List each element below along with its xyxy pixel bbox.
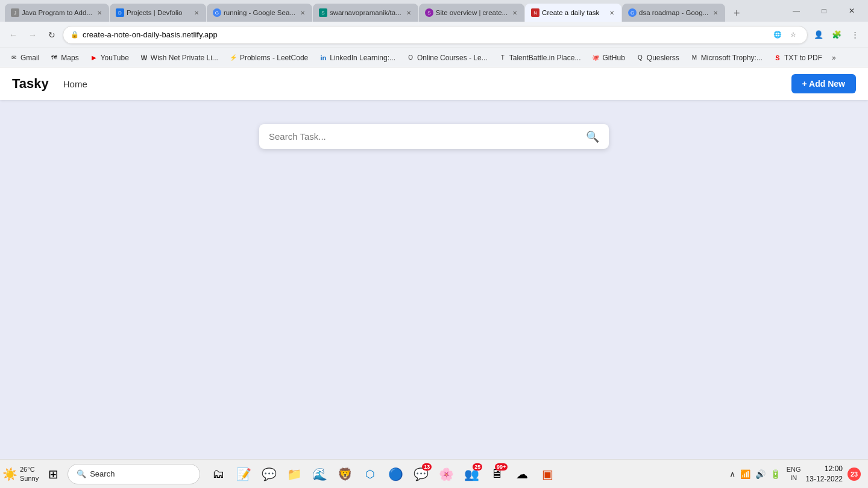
language-indicator[interactable]: ENG IN	[787, 466, 801, 481]
tab-5[interactable]: S Site overview | create... ✕	[419, 4, 524, 22]
tab-1-favicon: J	[11, 8, 19, 17]
bookmark-wish[interactable]: W Wish Net Private Li...	[135, 52, 223, 64]
profile-icon[interactable]: 👤	[810, 27, 827, 43]
tab-7[interactable]: G dsa roadmap - Goog... ✕	[622, 4, 725, 22]
bookmark-courses-label: Online Courses - Le...	[417, 54, 488, 62]
file-manager-icon: 🗂	[212, 467, 224, 481]
minimize-button[interactable]: —	[782, 0, 810, 22]
title-bar-controls: — □ ✕	[782, 0, 868, 22]
clock[interactable]: 12:00 13-12-2022	[806, 464, 843, 484]
tab-6-active[interactable]: N Create a daily task ✕	[525, 4, 621, 22]
home-link[interactable]: Home	[63, 79, 87, 89]
taskbar-app-github-desktop[interactable]: 🖥 99+	[485, 461, 509, 487]
address-bar[interactable]: 🔒 create-a-note-on-daily-basis.netlify.a…	[63, 26, 808, 44]
taskbar-app-chrome[interactable]: 🔵	[383, 461, 407, 487]
tab-2-title: Projects | Devfolio	[127, 9, 189, 16]
bookmark-youtube[interactable]: ▶ YouTube	[85, 52, 134, 64]
bookmark-linkedin-label: LinkedIn Learning:...	[330, 54, 395, 62]
taskbar-search[interactable]: 🔍 Search	[68, 464, 200, 484]
tab-1-title: Java Program to Add...	[22, 9, 92, 16]
tab-2-close[interactable]: ✕	[192, 8, 201, 17]
taskbar-search-text: Search	[90, 469, 115, 478]
taskbar-app-teams[interactable]: 👥 25	[459, 461, 483, 487]
bookmark-gmail[interactable]: ✉ Gmail	[5, 52, 44, 64]
tab-4-close[interactable]: ✕	[404, 8, 414, 17]
search-button[interactable]: 🔍	[576, 124, 609, 149]
bookmark-github-label: GitHub	[602, 54, 624, 62]
bookmark-github[interactable]: 🐙 GitHub	[587, 52, 629, 64]
taskbar-apps: 🗂 📝 💬 📁 🌊 🦁 ⬡ 🔵 �	[206, 461, 559, 487]
tab-5-close[interactable]: ✕	[510, 8, 520, 17]
bookmark-leetcode-label: Problems - LeetCode	[240, 54, 308, 62]
tab-6-close[interactable]: ✕	[607, 8, 617, 17]
gmail-favicon: ✉	[10, 54, 18, 62]
star-icon[interactable]: ☆	[787, 28, 800, 42]
tab-2[interactable]: D Projects | Devfolio ✕	[110, 4, 206, 22]
bookmark-microsoft[interactable]: M Microsoft Trophy:...	[685, 52, 767, 64]
taskbar-app-brave[interactable]: 🦁	[333, 461, 357, 487]
weather-widget[interactable]: ☀️ 26°C Sunny	[2, 465, 39, 483]
bookmark-talentbattle[interactable]: T TalentBattle.in Place...	[494, 52, 586, 64]
youtube-favicon: ▶	[90, 54, 98, 62]
taskbar-app-edge[interactable]: 🌊	[307, 461, 332, 487]
more-menu-icon[interactable]: ⋮	[846, 27, 863, 43]
bookmark-maps[interactable]: 🗺 Maps	[45, 52, 83, 64]
tab-2-favicon: D	[116, 8, 124, 17]
notification-count[interactable]: 23	[848, 468, 861, 481]
bookmark-linkedin[interactable]: in LinkedIn Learning:...	[314, 52, 400, 64]
wifi-icon[interactable]: 📶	[739, 468, 752, 480]
taskbar-app-whatsapp[interactable]: 💬 13	[409, 461, 433, 487]
maximize-button[interactable]: □	[810, 0, 838, 22]
tab-3[interactable]: G running - Google Sea... ✕	[207, 4, 312, 22]
bookmark-maps-label: Maps	[61, 54, 78, 62]
bookmarks-more-button[interactable]: »	[828, 52, 840, 64]
start-button[interactable]: ⊞	[40, 461, 66, 487]
bookmark-courses[interactable]: O Online Courses - Le...	[401, 52, 492, 64]
tab-6-favicon: N	[531, 8, 539, 17]
search-task-input[interactable]	[259, 124, 576, 149]
forward-button[interactable]: →	[24, 27, 41, 43]
add-new-button[interactable]: + Add New	[791, 74, 856, 93]
office-icon: ▣	[542, 467, 553, 481]
tab-5-favicon: S	[425, 8, 433, 17]
taskbar-app-notesnook[interactable]: 🌸	[434, 461, 458, 487]
talentbattle-favicon: T	[498, 54, 507, 62]
battery-icon[interactable]: 🔋	[769, 468, 782, 480]
taskbar-app-notepad[interactable]: 📝	[231, 461, 256, 487]
extensions-icon[interactable]: 🧩	[828, 27, 845, 43]
chevron-up-icon[interactable]: ∧	[728, 468, 737, 480]
notesnook-icon: 🌸	[439, 467, 454, 481]
files-icon: 📁	[287, 467, 302, 481]
bookmark-queslerss[interactable]: Q Queslerss	[631, 52, 684, 64]
new-tab-button[interactable]: +	[728, 5, 745, 22]
reload-button[interactable]: ↻	[43, 27, 60, 43]
bookmarks-bar: ✉ Gmail 🗺 Maps ▶ YouTube W Wish Net Priv…	[0, 48, 868, 67]
language-text: ENG	[787, 466, 801, 474]
chat-icon: 💬	[262, 467, 277, 481]
volume-icon[interactable]: 🔊	[754, 468, 767, 480]
tab-4-title: swarnavopramanik/ta...	[330, 9, 401, 16]
tab-3-close[interactable]: ✕	[298, 8, 307, 17]
taskbar-app-vscode[interactable]: ⬡	[358, 461, 382, 487]
taskbar-app-skype[interactable]: ☁	[510, 461, 534, 487]
address-text: create-a-note-on-daily-basis.netlify.app	[83, 30, 767, 39]
taskbar-right: ∧ 📶 🔊 🔋 ENG IN 12:00 13-12-2022 23	[728, 464, 866, 484]
taskbar-app-chat[interactable]: 💬	[257, 461, 281, 487]
taskbar-search-icon: 🔍	[77, 469, 86, 478]
taskbar-app-file-manager[interactable]: 🗂	[206, 461, 230, 487]
github-favicon: 🐙	[591, 54, 600, 62]
tab-1[interactable]: J Java Program to Add... ✕	[5, 4, 109, 22]
bookmark-leetcode[interactable]: ⚡ Problems - LeetCode	[224, 52, 313, 64]
leetcode-favicon: ⚡	[229, 54, 237, 62]
translate-icon[interactable]: 🌐	[771, 28, 784, 42]
locale-text: IN	[787, 474, 801, 482]
tab-1-close[interactable]: ✕	[95, 8, 104, 17]
close-button[interactable]: ✕	[838, 0, 866, 22]
taskbar-app-office[interactable]: ▣	[535, 461, 559, 487]
chrome-icon: 🔵	[388, 467, 403, 481]
tab-7-close[interactable]: ✕	[711, 8, 720, 17]
bookmark-txttopdf[interactable]: S TXT to PDF	[769, 52, 827, 64]
back-button[interactable]: ←	[5, 27, 22, 43]
tab-4[interactable]: S swarnavopramanik/ta... ✕	[313, 4, 418, 22]
taskbar-app-files[interactable]: 📁	[282, 461, 306, 487]
